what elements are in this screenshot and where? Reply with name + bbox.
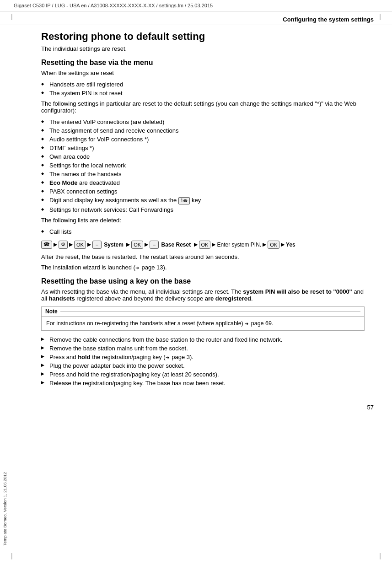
list-item: DTMF settings *) [41,144,365,152]
nav-enter-pin: Enter system PIN. [217,242,261,248]
list-item: Plug the power adapter back into the pow… [41,361,365,370]
nav-yes: Yes [286,242,295,248]
nav-arrow: ▶ [194,242,198,247]
page-title: Restoring phone to default setting [41,31,365,43]
section1-title: Resetting the base via the menu [41,59,365,67]
bottom-marker-right: | [379,552,381,559]
step3-ref [166,354,170,360]
note-content: For instructions on re-registering the h… [42,317,364,330]
after-reset-text: After the reset, the base is restarted. … [41,253,365,260]
list-item: The names of the handsets [41,170,365,178]
note-page-ref [245,320,249,327]
page-container: | | Gigaset C530 IP / LUG - USA en / A31… [0,0,392,564]
list-item: Press and hold the registration/paging k… [41,353,365,361]
nav-arrow: ▶ [145,242,148,247]
hash-key: 1 ☎ [178,197,190,204]
nav-arrow: ▶ [281,242,285,247]
nav-arrow: ▶ [87,242,91,247]
nav-arrow: ▶ [126,242,130,247]
intro-text: The individual settings are reset. [41,45,365,52]
list-item: Eco Mode are deactivated [41,178,365,187]
main-content: Restoring phone to default setting The i… [0,31,392,399]
nav-arrow: ▶ [263,242,266,247]
nav-sequence: ☎ ▶ ⚙ ▶ OK ▶ ≡ System ▶ OK ▶ ≡ Base Rese… [41,241,365,249]
key-label: key [192,197,201,204]
section2-title: Resetting the base using a key on the ba… [41,277,365,285]
wizard-text: The installation wizard is launched ( pa… [41,264,365,271]
note-box: Note For instructions on re-registering … [41,306,365,331]
list-item: Press and hold the registration/paging k… [41,370,365,379]
nav-system: System [102,242,125,248]
list-item: Call lists [41,227,365,236]
wizard-page-ref [135,264,140,271]
sidebar-label: Template Borneo, Version 1, 21.06.2012 [3,472,7,546]
list-item: Release the registration/paging key. The… [41,379,365,387]
nav-ok3: OK [199,241,211,249]
bottom-marker-left: | [11,552,13,559]
phone-nav-icon: ☎ [41,241,52,249]
list-item: Digit and display key assignments as wel… [41,196,365,205]
menu-nav-icon2: ≡ [150,241,159,249]
section-heading: Configuring the system settings [0,11,392,25]
nav-ok1: OK [74,241,86,249]
list-item: Own area code [41,152,365,161]
note-title-line [60,311,360,312]
list-item: Handsets are still registered [41,80,365,89]
deleted-label: The following lists are deleted: [41,217,365,224]
nav-ok2: OK [131,241,143,249]
nav-base-reset: Base Reset [160,242,192,248]
deleted-list: Call lists [41,227,365,236]
note-title-bar: Note [42,307,364,317]
menu-nav-icon: ≡ [92,241,102,249]
settings-nav-icon: ⚙ [59,241,68,249]
system-not-reset-list: Handsets are still registered The system… [41,80,365,97]
list-item: Remove the cable connections from the ba… [41,335,365,344]
section2-intro: As with resetting the base via the menu,… [41,288,365,302]
header-bar: Gigaset C530 IP / LUG - USA en / A31008-… [0,0,392,11]
top-marker-right: | [379,13,381,20]
nav-arrow: ▶ [54,242,57,247]
nav-arrow: ▶ [69,242,73,247]
page-number: 57 [0,399,392,415]
list-item: Remove the base station mains unit from … [41,344,365,353]
when-reset-label: When the settings are reset [41,70,365,76]
list-item: The entered VoIP connections (are delete… [41,118,365,126]
following-label: The following settings in particular are… [41,100,365,114]
nav-ok4: OK [268,241,279,249]
list-item: Settings for network services: Call Forw… [41,205,365,214]
list-item: The system PIN is not reset [41,89,365,97]
list-item: PABX connection settings [41,187,365,196]
list-item: Audio settings for VoIP connections *) [41,135,365,144]
top-marker-left: | [11,13,13,20]
note-title: Note [45,308,58,315]
list-item: The assignment of send and receive conne… [41,126,365,135]
reset-items-list: The entered VoIP connections (are delete… [41,118,365,214]
steps-list: Remove the cable connections from the ba… [41,335,365,387]
header-left-text: Gigaset C530 IP / LUG - USA en / A31008-… [14,3,213,8]
list-item: Settings for the local network [41,161,365,170]
nav-arrow: ▶ [212,242,215,247]
